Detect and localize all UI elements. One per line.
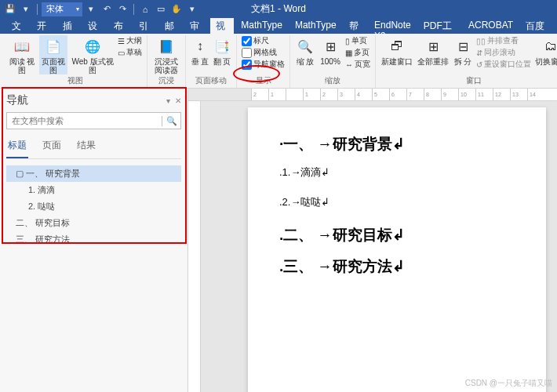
font-selector[interactable]: 宋体 (42, 2, 82, 16)
hundred-icon: ⊞ (321, 37, 340, 56)
nav-header: 导航 ▾ ✕ (6, 93, 181, 107)
tab-view[interactable]: 视图 (210, 18, 234, 34)
tab-acrobat[interactable]: ACROBAT (463, 18, 519, 34)
window-title: 文档1 - Word (251, 2, 306, 16)
zoom-icon: 🔍 (296, 37, 315, 56)
nav-item-dada[interactable]: 2. 哒哒 (6, 198, 181, 215)
new-window-button[interactable]: 🗗新建窗口 (380, 35, 413, 66)
heading-2a[interactable]: .1.→滴滴↲ (279, 165, 515, 180)
arrange-all-button[interactable]: ⊞全部重排 (417, 35, 450, 66)
tab-layout[interactable]: 布局 (108, 18, 132, 34)
tab-design[interactable]: 设计 (82, 18, 106, 34)
undo-icon[interactable]: ↶ (100, 2, 114, 16)
vertical-ruler[interactable] (188, 101, 201, 392)
split-button[interactable]: ⊟拆 分 (453, 35, 473, 66)
navigation-pane: 导航 ▾ ✕ 🔍 标题 页面 结果 ▢ 一、 研究背景 1. 滴滴 2. 哒哒 … (0, 89, 188, 392)
nav-tab-results[interactable]: 结果 (75, 136, 97, 158)
nav-item-bg[interactable]: ▢ 一、 研究背景 (6, 165, 181, 182)
home-icon[interactable]: ⌂ (138, 2, 152, 16)
tab-home[interactable]: 开始 (31, 18, 55, 34)
page-viewport[interactable]: ·一、 →研究背景↲ .1.→滴滴↲ .2.→哒哒↲ .二、 →研究目标↲ .三… (201, 101, 557, 392)
search-icon[interactable]: 🔍 (162, 116, 180, 126)
ribbon: 📖阅读 视图 📄页面视图 🌐Web 版式视图 ☰大纲 ▭草稿 视图 📘沉浸式 阅… (0, 34, 557, 89)
tab-mathtype1[interactable]: MathType (235, 18, 288, 34)
tab-review[interactable]: 审阅 (184, 18, 208, 34)
nav-item-goal[interactable]: 二、 研究目标 (6, 215, 181, 231)
nav-dropdown-icon[interactable]: ▾ (166, 96, 170, 105)
immersive-reader-button[interactable]: 📘沉浸式 阅读器 (152, 35, 180, 74)
hand-icon[interactable]: ✋ (169, 2, 184, 16)
web-view-button[interactable]: 🌐Web 版式视图 (71, 35, 115, 74)
page-view-button[interactable]: 📄页面视图 (39, 35, 67, 74)
horizontal-ruler[interactable]: 211234567891011121314 (188, 89, 557, 101)
group-zoom: 🔍缩 放 ⊞100% ▯单页 ▦多页 ↔页宽 缩放 (290, 35, 376, 88)
heading-1b[interactable]: .二、 →研究目标↲ (279, 225, 515, 245)
tab-baidu[interactable]: 百度网盘 (520, 18, 557, 34)
switch-icon: 🗂 (541, 37, 557, 56)
draft-view-button[interactable]: ▭草稿 (118, 47, 142, 58)
heading-1a[interactable]: ·一、 →研究背景↲ (279, 134, 515, 154)
multi-page-button[interactable]: ▦多页 (345, 47, 370, 58)
gridlines-checkbox[interactable]: 网格线 (242, 47, 285, 58)
outline-icon: ☰ (118, 37, 125, 45)
nav-item-method[interactable]: 三、 研究方法 (6, 231, 181, 248)
nav-title: 导航 (6, 93, 28, 107)
heading-1c[interactable]: .三、 →研究方法↲ (279, 256, 515, 277)
flip-button[interactable]: 📑翻 页 (213, 35, 231, 66)
vertical-button[interactable]: ↕垂 直 (191, 35, 209, 66)
tab-insert[interactable]: 插入 (57, 18, 81, 34)
nav-search-box[interactable]: 🔍 (6, 112, 181, 129)
document-area: 211234567891011121314 ·一、 →研究背景↲ .1.→滴滴↲… (188, 89, 557, 392)
tab-mailings[interactable]: 邮件 (159, 18, 183, 34)
new-window-icon: 🗗 (388, 37, 406, 56)
nav-search-input[interactable] (7, 116, 162, 125)
arrange-icon: ⊞ (424, 37, 442, 56)
select-icon[interactable]: ▭ (154, 2, 168, 16)
tab-references[interactable]: 引用 (133, 18, 157, 34)
qat-dropdown-icon[interactable]: ▾ (84, 2, 98, 16)
group-label-zoom: 缩放 (325, 75, 340, 88)
ruler-checkbox[interactable]: 标尺 (242, 35, 285, 46)
zoom-button[interactable]: 🔍缩 放 (295, 35, 315, 66)
tab-endnote[interactable]: EndNote X9 (369, 18, 417, 34)
reader-icon: 📘 (157, 37, 176, 56)
zoom-100-button[interactable]: ⊞100% (319, 35, 342, 66)
vertical-icon: ↕ (191, 37, 209, 56)
redo-icon[interactable]: ↷ (115, 2, 129, 16)
nav-tab-pages[interactable]: 页面 (41, 136, 63, 158)
group-show: 标尺 网格线 导航窗格 显示 (237, 35, 290, 88)
navigation-pane-checkbox[interactable]: 导航窗格 (242, 59, 285, 70)
tab-help[interactable]: 帮助 (344, 18, 367, 34)
more-icon[interactable]: ▾ (185, 2, 199, 16)
switch-window-button[interactable]: 🗂切换窗口 (534, 35, 557, 66)
draft-icon: ▭ (118, 49, 125, 57)
group-immersive: 📘沉浸式 阅读器 沉浸 (147, 35, 186, 88)
group-label-immersive: 沉浸 (158, 75, 174, 88)
watermark: CSDN @一只兔子喵又喵 (465, 378, 552, 389)
group-label-window: 窗口 (466, 75, 482, 88)
qat-menu-icon[interactable]: ▾ (19, 2, 33, 16)
side-by-side-button[interactable]: ▯▯并排查看 (476, 35, 531, 46)
group-label-show: 显示 (256, 75, 271, 88)
read-icon: 📖 (13, 37, 31, 56)
nav-tab-headings[interactable]: 标题 (6, 136, 28, 158)
page-width-button[interactable]: ↔页宽 (345, 59, 370, 70)
outline-view-button[interactable]: ☰大纲 (118, 35, 142, 46)
read-view-button[interactable]: 📖阅读 视图 (8, 35, 36, 74)
tab-file[interactable]: 文件 (6, 18, 30, 34)
nav-tabs-row: 标题 页面 结果 (6, 136, 181, 159)
nav-close-icon[interactable]: ✕ (175, 96, 181, 105)
sync-scroll-button: ⇵同步滚动 (476, 47, 531, 58)
page-icon: 📄 (44, 37, 63, 56)
save-icon[interactable]: 💾 (3, 2, 17, 16)
width-icon: ↔ (345, 60, 353, 69)
document-page[interactable]: ·一、 →研究背景↲ .1.→滴滴↲ .2.→哒哒↲ .二、 →研究目标↲ .三… (248, 107, 546, 392)
tab-pdf[interactable]: PDF工具集 (418, 18, 461, 34)
heading-2b[interactable]: .2.→哒哒↲ (279, 195, 515, 209)
nav-item-didi[interactable]: 1. 滴滴 (6, 182, 181, 198)
workspace: 导航 ▾ ✕ 🔍 标题 页面 结果 ▢ 一、 研究背景 1. 滴滴 2. 哒哒 … (0, 89, 557, 392)
tab-mathtype2[interactable]: MathType (289, 18, 342, 34)
single-page-button[interactable]: ▯单页 (345, 35, 370, 46)
group-label-views: 视图 (67, 75, 83, 88)
reset-window-button: ↺重设窗口位置 (476, 59, 531, 70)
